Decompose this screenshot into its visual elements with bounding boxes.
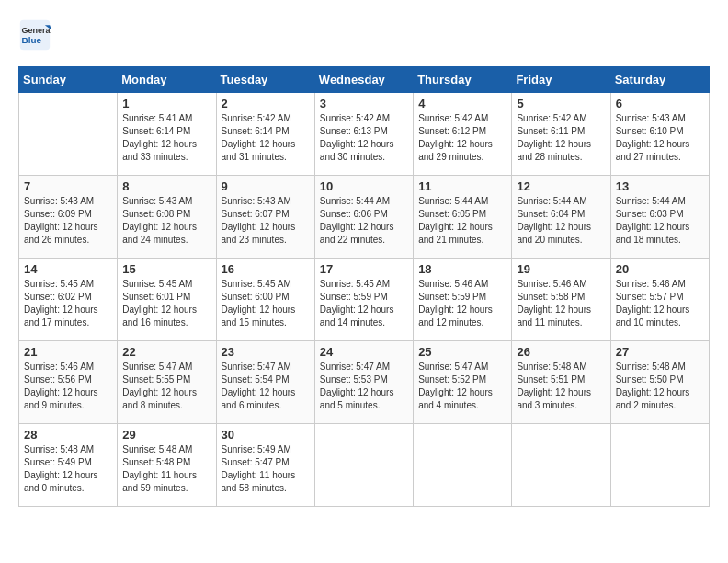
- calendar-week-1: 1Sunrise: 5:41 AM Sunset: 6:14 PM Daylig…: [19, 93, 710, 176]
- day-info: Sunrise: 5:47 AM Sunset: 5:53 PM Dayligh…: [320, 361, 408, 412]
- calendar-cell: 23Sunrise: 5:47 AM Sunset: 5:54 PM Dayli…: [216, 341, 314, 424]
- calendar-cell: 9Sunrise: 5:43 AM Sunset: 6:07 PM Daylig…: [216, 176, 314, 259]
- day-info: Sunrise: 5:43 AM Sunset: 6:09 PM Dayligh…: [24, 195, 112, 247]
- day-info: Sunrise: 5:46 AM Sunset: 5:59 PM Dayligh…: [418, 278, 506, 329]
- calendar-cell: [19, 93, 118, 176]
- calendar-cell: 26Sunrise: 5:48 AM Sunset: 5:51 PM Dayli…: [512, 341, 610, 424]
- day-number: 14: [24, 262, 112, 276]
- calendar-cell: 20Sunrise: 5:46 AM Sunset: 5:57 PM Dayli…: [610, 259, 709, 341]
- svg-text:Blue: Blue: [22, 35, 42, 45]
- calendar-cell: 8Sunrise: 5:43 AM Sunset: 6:08 PM Daylig…: [118, 176, 216, 259]
- day-number: 16: [222, 262, 310, 276]
- calendar-cell: 22Sunrise: 5:47 AM Sunset: 5:55 PM Dayli…: [118, 341, 216, 424]
- calendar-cell: 17Sunrise: 5:45 AM Sunset: 5:59 PM Dayli…: [314, 259, 413, 341]
- calendar-cell: [512, 424, 610, 507]
- day-info: Sunrise: 5:41 AM Sunset: 6:14 PM Dayligh…: [122, 112, 210, 164]
- day-number: 25: [418, 345, 506, 359]
- day-info: Sunrise: 5:44 AM Sunset: 6:04 PM Dayligh…: [517, 195, 605, 247]
- day-number: 8: [122, 179, 210, 193]
- day-info: Sunrise: 5:42 AM Sunset: 6:13 PM Dayligh…: [320, 112, 408, 164]
- calendar-cell: 19Sunrise: 5:46 AM Sunset: 5:58 PM Dayli…: [512, 259, 610, 341]
- day-number: 9: [222, 179, 310, 193]
- logo: General Blue: [18, 18, 55, 52]
- weekday-header-saturday: Saturday: [610, 67, 709, 93]
- day-info: Sunrise: 5:44 AM Sunset: 6:06 PM Dayligh…: [320, 195, 408, 247]
- day-number: 13: [616, 179, 704, 193]
- svg-text:General: General: [22, 26, 51, 35]
- calendar-cell: 18Sunrise: 5:46 AM Sunset: 5:59 PM Dayli…: [414, 259, 512, 341]
- weekday-header-friday: Friday: [512, 67, 610, 93]
- day-number: 26: [517, 345, 605, 359]
- calendar-cell: 11Sunrise: 5:44 AM Sunset: 6:05 PM Dayli…: [414, 176, 512, 259]
- day-info: Sunrise: 5:45 AM Sunset: 6:01 PM Dayligh…: [122, 278, 210, 329]
- day-number: 10: [320, 179, 408, 193]
- day-info: Sunrise: 5:45 AM Sunset: 6:00 PM Dayligh…: [222, 278, 310, 329]
- calendar-cell: 4Sunrise: 5:42 AM Sunset: 6:12 PM Daylig…: [414, 93, 512, 176]
- day-number: 27: [616, 345, 704, 359]
- day-number: 23: [222, 345, 310, 359]
- calendar-week-3: 14Sunrise: 5:45 AM Sunset: 6:02 PM Dayli…: [19, 259, 710, 341]
- day-info: Sunrise: 5:42 AM Sunset: 6:11 PM Dayligh…: [517, 112, 605, 164]
- calendar-cell: 30Sunrise: 5:49 AM Sunset: 5:47 PM Dayli…: [216, 424, 314, 507]
- day-info: Sunrise: 5:46 AM Sunset: 5:58 PM Dayligh…: [517, 278, 605, 329]
- weekday-header-wednesday: Wednesday: [314, 67, 413, 93]
- day-number: 2: [222, 97, 310, 110]
- calendar-cell: 21Sunrise: 5:46 AM Sunset: 5:56 PM Dayli…: [19, 341, 118, 424]
- day-number: 20: [616, 262, 704, 276]
- calendar-cell: 29Sunrise: 5:48 AM Sunset: 5:48 PM Dayli…: [118, 424, 216, 507]
- day-number: 21: [24, 345, 112, 359]
- calendar-cell: 14Sunrise: 5:45 AM Sunset: 6:02 PM Dayli…: [19, 259, 118, 341]
- day-number: 3: [320, 97, 408, 110]
- day-info: Sunrise: 5:43 AM Sunset: 6:07 PM Dayligh…: [222, 195, 310, 247]
- calendar-cell: 24Sunrise: 5:47 AM Sunset: 5:53 PM Dayli…: [314, 341, 413, 424]
- day-info: Sunrise: 5:45 AM Sunset: 6:02 PM Dayligh…: [24, 278, 112, 329]
- day-number: 15: [122, 262, 210, 276]
- calendar-cell: [610, 424, 709, 507]
- calendar-cell: [314, 424, 413, 507]
- day-number: 1: [122, 97, 210, 110]
- day-number: 4: [418, 97, 506, 110]
- day-info: Sunrise: 5:42 AM Sunset: 6:12 PM Dayligh…: [418, 112, 506, 164]
- calendar-cell: 28Sunrise: 5:48 AM Sunset: 5:49 PM Dayli…: [19, 424, 118, 507]
- day-info: Sunrise: 5:44 AM Sunset: 6:05 PM Dayligh…: [418, 195, 506, 247]
- day-number: 28: [24, 428, 112, 442]
- weekday-header-sunday: Sunday: [19, 67, 118, 93]
- calendar-cell: 15Sunrise: 5:45 AM Sunset: 6:01 PM Dayli…: [118, 259, 216, 341]
- day-info: Sunrise: 5:49 AM Sunset: 5:47 PM Dayligh…: [222, 443, 310, 495]
- day-info: Sunrise: 5:46 AM Sunset: 5:57 PM Dayligh…: [616, 278, 704, 329]
- day-info: Sunrise: 5:47 AM Sunset: 5:54 PM Dayligh…: [222, 361, 310, 412]
- calendar-cell: 3Sunrise: 5:42 AM Sunset: 6:13 PM Daylig…: [314, 93, 413, 176]
- calendar-header: SundayMondayTuesdayWednesdayThursdayFrid…: [19, 67, 710, 93]
- calendar-cell: [414, 424, 512, 507]
- weekday-header-thursday: Thursday: [414, 67, 512, 93]
- calendar-week-5: 28Sunrise: 5:48 AM Sunset: 5:49 PM Dayli…: [19, 424, 710, 507]
- day-info: Sunrise: 5:43 AM Sunset: 6:08 PM Dayligh…: [122, 195, 210, 247]
- calendar-cell: 13Sunrise: 5:44 AM Sunset: 6:03 PM Dayli…: [610, 176, 709, 259]
- day-number: 11: [418, 179, 506, 193]
- calendar-week-2: 7Sunrise: 5:43 AM Sunset: 6:09 PM Daylig…: [19, 176, 710, 259]
- calendar-cell: 2Sunrise: 5:42 AM Sunset: 6:14 PM Daylig…: [216, 93, 314, 176]
- day-info: Sunrise: 5:45 AM Sunset: 5:59 PM Dayligh…: [320, 278, 408, 329]
- calendar-week-4: 21Sunrise: 5:46 AM Sunset: 5:56 PM Dayli…: [19, 341, 710, 424]
- calendar-cell: 5Sunrise: 5:42 AM Sunset: 6:11 PM Daylig…: [512, 93, 610, 176]
- calendar-table: SundayMondayTuesdayWednesdayThursdayFrid…: [18, 66, 710, 507]
- calendar-cell: 1Sunrise: 5:41 AM Sunset: 6:14 PM Daylig…: [118, 93, 216, 176]
- day-info: Sunrise: 5:48 AM Sunset: 5:51 PM Dayligh…: [517, 361, 605, 412]
- calendar-cell: 6Sunrise: 5:43 AM Sunset: 6:10 PM Daylig…: [610, 93, 709, 176]
- weekday-header-tuesday: Tuesday: [216, 67, 314, 93]
- page-header: General Blue: [18, 18, 710, 52]
- day-number: 29: [122, 428, 210, 442]
- calendar-cell: 10Sunrise: 5:44 AM Sunset: 6:06 PM Dayli…: [314, 176, 413, 259]
- day-number: 7: [24, 179, 112, 193]
- calendar-cell: 7Sunrise: 5:43 AM Sunset: 6:09 PM Daylig…: [19, 176, 118, 259]
- day-info: Sunrise: 5:42 AM Sunset: 6:14 PM Dayligh…: [222, 112, 310, 164]
- day-number: 17: [320, 262, 408, 276]
- calendar-cell: 25Sunrise: 5:47 AM Sunset: 5:52 PM Dayli…: [414, 341, 512, 424]
- day-info: Sunrise: 5:47 AM Sunset: 5:55 PM Dayligh…: [122, 361, 210, 412]
- day-info: Sunrise: 5:48 AM Sunset: 5:48 PM Dayligh…: [122, 443, 210, 495]
- day-number: 6: [616, 97, 704, 110]
- day-number: 22: [122, 345, 210, 359]
- day-info: Sunrise: 5:44 AM Sunset: 6:03 PM Dayligh…: [616, 195, 704, 247]
- calendar-cell: 12Sunrise: 5:44 AM Sunset: 6:04 PM Dayli…: [512, 176, 610, 259]
- day-info: Sunrise: 5:47 AM Sunset: 5:52 PM Dayligh…: [418, 361, 506, 412]
